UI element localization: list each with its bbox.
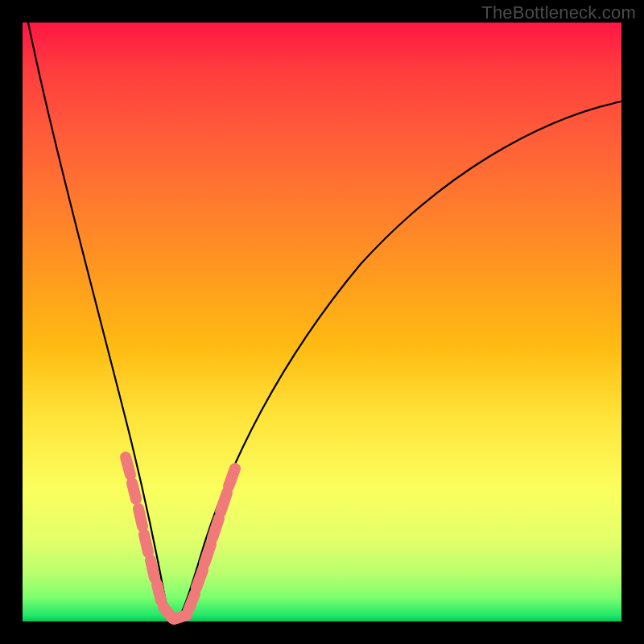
svg-line-4 — [151, 560, 155, 578]
svg-line-3 — [144, 535, 148, 552]
curve-path — [28, 23, 621, 620]
svg-line-5 — [157, 584, 161, 601]
svg-line-8 — [188, 594, 195, 610]
chart-frame: TheBottleneck.com — [0, 0, 644, 644]
svg-line-13 — [229, 469, 235, 486]
svg-line-1 — [132, 483, 136, 499]
svg-line-2 — [138, 509, 142, 526]
svg-line-0 — [126, 457, 130, 475]
svg-line-11 — [213, 518, 219, 538]
svg-line-9 — [196, 570, 203, 588]
marker-cluster — [126, 457, 235, 619]
bottleneck-curve — [23, 23, 621, 621]
watermark-text: TheBottleneck.com — [481, 2, 636, 23]
svg-line-7 — [174, 615, 187, 619]
svg-line-10 — [204, 544, 211, 564]
plot-area — [23, 23, 621, 621]
svg-line-12 — [221, 493, 227, 512]
